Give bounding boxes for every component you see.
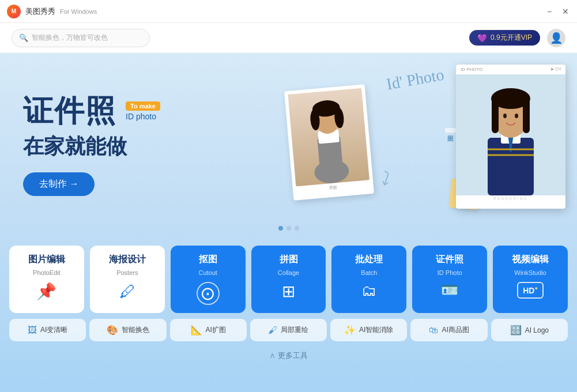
tool-batch[interactable]: 批处理 Batch 🗂 (331, 246, 406, 313)
titlebar-left: M 美图秀秀 For Windows (7, 5, 97, 18)
tool-idphoto-name: 证件照 (436, 254, 463, 266)
sub-tool-erase[interactable]: ✨ AI智能消除 (330, 319, 407, 341)
tool-batch-name: 批处理 (355, 254, 383, 266)
product-label: AI商品图 (442, 325, 469, 335)
header-right: 💜 0.9元开通VIP 👤 (469, 29, 565, 47)
tool-video[interactable]: 视频编辑 WinkStudio HD● (493, 246, 568, 313)
photo-header-label: ID PHOTO (461, 67, 483, 72)
sub-tools-row: 🖼 AI变清晰 🎨 智能换色 📐 AI扩图 🖌 局部重绘 ✨ AI智能消除 🛍 … (0, 319, 577, 347)
tool-cutout-icon: ⊙ (197, 282, 220, 305)
banner-text: 证件照 To make ID photo 在家就能做 去制作 → (23, 95, 160, 195)
main-area: 证件照 To make ID photo 在家就能做 去制作 → Id' Pho… (0, 53, 577, 392)
photo-after-header: ID PHOTO ▶ CH (456, 65, 565, 74)
sub-tool-expand[interactable]: 📐 AI扩图 (170, 319, 247, 341)
tool-batch-sub: Batch (361, 269, 377, 276)
redraw-label: 局部重绘 (281, 325, 308, 335)
tool-collage[interactable]: 拼图 Collage ⊞ (251, 246, 326, 313)
photo-after: ID PHOTO ▶ CH (456, 65, 565, 209)
sub-tool-redraw[interactable]: 🖌 局部重绘 (250, 319, 327, 341)
banner-image-area: Id' Photo (254, 53, 577, 238)
dot-2[interactable] (286, 226, 291, 231)
photo-before: 原图 (284, 84, 374, 200)
side-label: 效果图 (445, 128, 456, 133)
svg-point-17 (503, 114, 507, 118)
tool-cutout-sub: Cutout (198, 269, 217, 276)
sub-tool-clarity[interactable]: 🖼 AI变清晰 (9, 319, 86, 341)
svg-rect-15 (492, 99, 499, 133)
tool-photoedit-sub: PhotoEdit (33, 269, 61, 276)
search-bar[interactable]: 🔍 智能换色，万物皆可改色 (12, 29, 150, 47)
app-subtitle: For Windows (60, 8, 97, 15)
banner-heading: 证件照 (23, 95, 116, 127)
tool-idphoto-sub: ID Photo (438, 269, 462, 276)
tool-cutout[interactable]: 抠图 Cutout ⊙ (171, 246, 246, 313)
tool-batch-icon: 🗂 (361, 282, 376, 300)
tool-photoedit[interactable]: 图片编辑 PhotoEdit 📌 (9, 246, 84, 313)
tool-collage-sub: Collage (278, 269, 299, 276)
search-icon: 🔍 (19, 33, 28, 42)
dot-1[interactable] (278, 226, 283, 231)
expand-icon: 📐 (191, 325, 202, 336)
banner: 证件照 To make ID photo 在家就能做 去制作 → Id' Pho… (0, 53, 577, 238)
svg-rect-16 (523, 99, 530, 133)
clarity-label: AI变清晰 (40, 325, 67, 335)
dot-3[interactable] (295, 226, 299, 231)
expand-label: AI扩图 (206, 325, 226, 335)
banner-dots (278, 226, 299, 231)
tool-posters-icon: 🖊 (119, 282, 135, 301)
app-title: 美图秀秀 (25, 6, 55, 17)
vip-label: 0.9元开通VIP (491, 33, 532, 43)
tool-video-sub: WinkStudio (514, 269, 546, 276)
logo-icon: 🔠 (510, 325, 522, 336)
tool-video-name: 视频编辑 (512, 254, 549, 266)
main-tools-row: 图片编辑 PhotoEdit 📌 海报设计 Posters 🖊 抠图 Cutou… (0, 238, 577, 319)
photo-before-img (288, 88, 369, 187)
vip-icon: 💜 (477, 33, 487, 43)
titlebar: M 美图秀秀 For Windows − ✕ (0, 0, 577, 23)
app-logo: M (7, 5, 21, 18)
color-change-label: 智能换色 (122, 325, 149, 335)
close-button[interactable]: ✕ (561, 7, 570, 16)
tool-idphoto[interactable]: 证件照 ID Photo 🪪 (412, 246, 487, 313)
tool-collage-icon: ⊞ (282, 282, 295, 301)
photo-after-img (456, 74, 565, 195)
header: 🔍 智能换色，万物皆可改色 💜 0.9元开通VIP 👤 (0, 23, 577, 53)
erase-label: AI智能消除 (359, 325, 393, 335)
titlebar-controls: − ✕ (545, 7, 570, 16)
erase-icon: ✨ (344, 325, 356, 336)
tool-cutout-name: 抠图 (199, 254, 217, 266)
more-tools-button[interactable]: ∧ 更多工具 (0, 347, 577, 364)
vip-button[interactable]: 💜 0.9元开通VIP (469, 30, 540, 46)
badge-container: 证件照 To make ID photo (23, 95, 160, 127)
cursive-text: Id' Photo (385, 65, 446, 93)
product-icon: 🛍 (429, 325, 438, 336)
logo-label: AI Logo (525, 326, 549, 334)
sub-tool-color-change[interactable]: 🎨 智能换色 (89, 319, 166, 341)
tool-collage-name: 拼图 (280, 254, 298, 266)
to-make-badge: To make (126, 101, 160, 111)
photo-after-footer: RENDERING (456, 195, 565, 202)
redraw-icon: 🖌 (268, 325, 277, 336)
banner-cta-button[interactable]: 去制作 → (23, 172, 95, 196)
tool-posters[interactable]: 海报设计 Posters 🖊 (90, 246, 165, 313)
svg-point-18 (515, 114, 518, 118)
color-change-icon: 🎨 (107, 325, 118, 336)
minimize-button[interactable]: − (545, 7, 554, 16)
id-photo-text: ID photo (126, 112, 160, 121)
tool-idphoto-icon: 🪪 (441, 282, 458, 298)
tool-video-icon: HD● (517, 282, 544, 299)
avatar[interactable]: 👤 (547, 29, 565, 47)
tool-posters-name: 海报设计 (109, 254, 146, 266)
tool-posters-sub: Posters (116, 269, 138, 276)
sub-tool-product[interactable]: 🛍 AI商品图 (410, 319, 487, 341)
tool-photoedit-icon: 📌 (36, 282, 56, 301)
clarity-icon: 🖼 (28, 325, 37, 336)
tool-photoedit-name: 图片编辑 (28, 254, 65, 266)
sub-tool-logo[interactable]: 🔠 AI Logo (491, 319, 568, 341)
arrow-decoration: ⤵ (378, 167, 394, 190)
search-placeholder: 智能换色，万物皆可改色 (32, 33, 108, 43)
banner-subtitle: 在家就能做 (23, 133, 160, 161)
